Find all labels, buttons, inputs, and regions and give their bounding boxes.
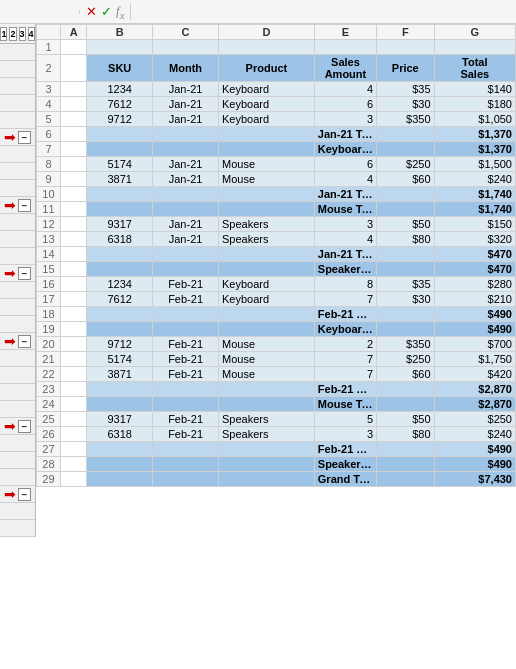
table-row[interactable]: 6Jan-21 Total$1,370	[37, 127, 516, 142]
cell-F[interactable]	[377, 307, 434, 322]
cell-E[interactable]: SalesAmount	[314, 55, 376, 82]
collapse-btn-row10[interactable]: −	[18, 199, 31, 212]
cell-G[interactable]: $470	[434, 247, 515, 262]
cell-C[interactable]	[153, 382, 219, 397]
cell-F[interactable]: $80	[377, 427, 434, 442]
table-row[interactable]: 2SKUMonthProductSalesAmountPriceTotalSal…	[37, 55, 516, 82]
cell-D[interactable]	[219, 202, 315, 217]
table-row[interactable]: 161234Feb-21Keyboard8$35$280	[37, 277, 516, 292]
level-3-btn[interactable]: 3	[19, 27, 26, 41]
cell-B[interactable]: 9712	[87, 112, 153, 127]
cell-A[interactable]	[60, 127, 86, 142]
cell-E[interactable]: 2	[314, 337, 376, 352]
cell-F[interactable]	[377, 247, 434, 262]
table-row[interactable]: 18Feb-21 Total$490	[37, 307, 516, 322]
cell-B[interactable]: 7612	[87, 292, 153, 307]
cell-F[interactable]	[377, 262, 434, 277]
cell-F[interactable]: $50	[377, 412, 434, 427]
collapse-btn-row6[interactable]: −	[18, 131, 31, 144]
cell-D[interactable]: Keyboard	[219, 277, 315, 292]
cell-D[interactable]	[219, 307, 315, 322]
cell-A[interactable]	[60, 442, 86, 457]
cell-G[interactable]: $280	[434, 277, 515, 292]
col-header-F[interactable]: F	[377, 25, 434, 40]
cell-E[interactable]: 7	[314, 292, 376, 307]
cell-G[interactable]: $7,430	[434, 472, 515, 487]
cell-D[interactable]: Keyboard	[219, 82, 315, 97]
cell-G[interactable]: $2,870	[434, 382, 515, 397]
cell-E[interactable]: 3	[314, 217, 376, 232]
cell-C[interactable]: Feb-21	[153, 427, 219, 442]
cell-B[interactable]	[87, 382, 153, 397]
table-row[interactable]: 10Jan-21 Total$1,740	[37, 187, 516, 202]
cell-G[interactable]: $1,500	[434, 157, 515, 172]
cell-C[interactable]: Jan-21	[153, 172, 219, 187]
cell-G[interactable]: $2,870	[434, 397, 515, 412]
cell-B[interactable]: 5174	[87, 157, 153, 172]
cell-E[interactable]: Jan-21 Total	[314, 247, 376, 262]
cell-A[interactable]	[60, 367, 86, 382]
cell-A[interactable]	[60, 427, 86, 442]
cell-D[interactable]	[219, 382, 315, 397]
cell-B[interactable]: 9317	[87, 412, 153, 427]
cell-D[interactable]: Mouse	[219, 352, 315, 367]
cell-D[interactable]: Mouse	[219, 157, 315, 172]
cell-F[interactable]: $60	[377, 172, 434, 187]
cell-G[interactable]: $420	[434, 367, 515, 382]
cell-E[interactable]: Speakers Total	[314, 457, 376, 472]
cell-A[interactable]	[60, 307, 86, 322]
cell-G[interactable]: $240	[434, 172, 515, 187]
level-1-btn[interactable]: 1	[0, 27, 7, 41]
cell-B[interactable]	[87, 307, 153, 322]
cell-C[interactable]	[153, 187, 219, 202]
cell-D[interactable]: Mouse	[219, 337, 315, 352]
cell-C[interactable]: Feb-21	[153, 412, 219, 427]
cell-G[interactable]: $140	[434, 82, 515, 97]
cell-F[interactable]	[377, 187, 434, 202]
cell-A[interactable]	[60, 412, 86, 427]
cell-F[interactable]	[377, 382, 434, 397]
table-row[interactable]: 31234Jan-21Keyboard4$35$140	[37, 82, 516, 97]
cell-B[interactable]: 6318	[87, 232, 153, 247]
insert-function-icon[interactable]: fx	[116, 3, 124, 21]
cell-B[interactable]: 5174	[87, 352, 153, 367]
cell-B[interactable]: 9712	[87, 337, 153, 352]
cell-B[interactable]	[87, 142, 153, 157]
name-box[interactable]	[0, 10, 80, 14]
cell-D[interactable]	[219, 472, 315, 487]
collapse-btn-row23[interactable]: −	[18, 420, 31, 433]
cell-G[interactable]	[434, 40, 515, 55]
cell-E[interactable]: Feb-21 Total	[314, 442, 376, 457]
cell-D[interactable]: Mouse	[219, 367, 315, 382]
cell-D[interactable]: Speakers	[219, 412, 315, 427]
cell-A[interactable]	[60, 40, 86, 55]
cell-C[interactable]	[153, 397, 219, 412]
cell-E[interactable]: Keyboard Total	[314, 322, 376, 337]
cell-D[interactable]: Keyboard	[219, 97, 315, 112]
cell-D[interactable]	[219, 262, 315, 277]
cell-C[interactable]: Feb-21	[153, 337, 219, 352]
cell-A[interactable]	[60, 217, 86, 232]
cell-C[interactable]	[153, 40, 219, 55]
cell-B[interactable]	[87, 472, 153, 487]
table-row[interactable]: 23Feb-21 Total$2,870	[37, 382, 516, 397]
cell-A[interactable]	[60, 232, 86, 247]
cell-F[interactable]: $60	[377, 367, 434, 382]
cell-E[interactable]: Mouse Total	[314, 202, 376, 217]
cell-D[interactable]	[219, 40, 315, 55]
cell-D[interactable]	[219, 142, 315, 157]
cell-E[interactable]: Feb-21 Total	[314, 382, 376, 397]
cell-C[interactable]	[153, 202, 219, 217]
cell-G[interactable]: $240	[434, 427, 515, 442]
cell-B[interactable]: 9317	[87, 217, 153, 232]
cell-C[interactable]: Month	[153, 55, 219, 82]
cell-A[interactable]	[60, 382, 86, 397]
collapse-btn-row14[interactable]: −	[18, 267, 31, 280]
col-header-A[interactable]: A	[60, 25, 86, 40]
cell-C[interactable]: Jan-21	[153, 112, 219, 127]
cell-G[interactable]: $490	[434, 457, 515, 472]
cell-D[interactable]	[219, 187, 315, 202]
cell-D[interactable]: Keyboard	[219, 292, 315, 307]
table-row[interactable]: 177612Feb-21Keyboard7$30$210	[37, 292, 516, 307]
cell-E[interactable]: 7	[314, 367, 376, 382]
